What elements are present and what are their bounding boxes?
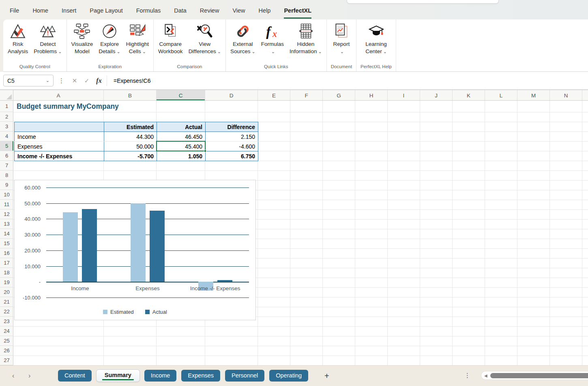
row-header-22[interactable]: 22 <box>0 307 13 317</box>
row-header-16[interactable]: 16 <box>0 248 13 258</box>
table-header-estimated[interactable]: Estimated <box>104 122 157 132</box>
row-header-21[interactable]: 21 <box>0 297 13 307</box>
tab-scroll-right-icon[interactable]: › <box>28 372 30 380</box>
cell-d5[interactable]: -4.600 <box>206 142 258 151</box>
cell-d4[interactable]: 2.150 <box>206 132 258 142</box>
column-header-B[interactable]: B <box>104 90 157 101</box>
tab-scroll-left-icon[interactable]: ‹ <box>12 372 14 380</box>
row-header-23[interactable]: 23 <box>0 317 13 326</box>
cancel-icon[interactable]: ✕ <box>69 77 81 84</box>
detect-problems-button[interactable]: ! DetectProblems⌄ <box>31 21 64 55</box>
menu-tab-review[interactable]: Review <box>200 7 219 19</box>
sheet-tab-income[interactable]: Income <box>144 370 177 382</box>
column-header-E[interactable]: E <box>258 90 290 101</box>
row-header-20[interactable]: 20 <box>0 287 13 297</box>
row-header-5[interactable]: 5 <box>0 141 13 151</box>
cell-b4[interactable]: 44.300 <box>104 132 157 142</box>
row-header-14[interactable]: 14 <box>0 229 13 239</box>
sheet-tab-content[interactable]: Content <box>58 370 92 382</box>
row-header-24[interactable]: 24 <box>0 326 13 336</box>
learning-center-button[interactable]: LearningCenter⌄ <box>363 21 390 55</box>
select-all-corner[interactable] <box>0 90 13 101</box>
row-header-26[interactable]: 26 <box>0 346 13 356</box>
tab-overflow-menu-icon[interactable]: ⋮ <box>464 372 470 379</box>
column-header-I[interactable]: I <box>388 90 420 101</box>
cell-c4[interactable]: 46.450 <box>157 132 206 142</box>
column-header-J[interactable]: J <box>420 90 453 101</box>
row-header-17[interactable]: 17 <box>0 258 13 268</box>
row-header-8[interactable]: 8 <box>0 170 13 180</box>
view-differences-button[interactable]: ViewDifferences⌄ <box>186 21 224 55</box>
menu-tab-help[interactable]: Help <box>259 7 271 19</box>
worksheet[interactable]: 1234567891011121314151617181920212223242… <box>0 101 588 365</box>
row-header-25[interactable]: 25 <box>0 336 13 346</box>
menu-tab-home[interactable]: Home <box>32 7 48 19</box>
sheet-title-cell[interactable]: Budget summary MyCompany <box>17 102 119 111</box>
column-header-G[interactable]: G <box>323 90 355 101</box>
cell-a6[interactable]: Income -/- Expenses <box>15 151 104 161</box>
search-box[interactable] <box>347 0 499 4</box>
add-sheet-button[interactable]: + <box>324 371 329 381</box>
menu-tab-perfectxl[interactable]: PerfectXL <box>284 7 311 19</box>
column-header-C[interactable]: C <box>157 90 205 101</box>
visualize-model-button[interactable]: VisualizeModel <box>69 21 96 55</box>
enter-check-icon[interactable]: ✓ <box>81 77 93 84</box>
row-header-27[interactable]: 27 <box>0 356 13 365</box>
cell-d6[interactable]: 6.750 <box>206 151 258 161</box>
sheet-tab-expenses[interactable]: Expenses <box>181 370 220 382</box>
risk-analysis-button[interactable]: RiskAnalysis <box>5 21 31 55</box>
row-header-6[interactable]: 6 <box>0 151 13 161</box>
cell-c5-selected[interactable]: 45.400 <box>157 142 206 151</box>
cell-a5[interactable]: Expenses <box>15 142 104 151</box>
cell-b5[interactable]: 50.000 <box>104 142 157 151</box>
chevron-down-icon[interactable]: ⌄ <box>46 78 49 83</box>
row-header-2[interactable]: 2 <box>0 112 13 122</box>
row-header-13[interactable]: 13 <box>0 219 13 229</box>
column-header-D[interactable]: D <box>205 90 258 101</box>
sheet-tab-personnel[interactable]: Personnel <box>225 370 264 382</box>
row-header-1[interactable]: 1 <box>0 101 13 112</box>
external-sources-button[interactable]: ExternalSources⌄ <box>227 21 258 55</box>
highlight-cells-button[interactable]: HightlightCells⌄ <box>123 21 152 55</box>
explore-details-button[interactable]: ExploreDetails⌄ <box>96 21 123 55</box>
row-header-7[interactable]: 7 <box>0 161 13 170</box>
column-header-N[interactable]: N <box>550 90 582 101</box>
row-header-9[interactable]: 9 <box>0 180 13 190</box>
menu-tab-view[interactable]: View <box>232 7 245 19</box>
column-header-H[interactable]: H <box>355 90 388 101</box>
formula-input[interactable]: =Expenses!C6 <box>114 78 150 84</box>
sheet-tab-operating[interactable]: Operating <box>269 370 308 382</box>
column-header-F[interactable]: F <box>290 90 323 101</box>
column-header-L[interactable]: L <box>485 90 517 101</box>
table-header-difference[interactable]: Difference <box>206 122 258 132</box>
table-header-blank[interactable] <box>15 122 104 132</box>
formulas-button[interactable]: fx Formulas⌄ <box>258 21 287 55</box>
column-header-K[interactable]: K <box>453 90 485 101</box>
column-header-A[interactable]: A <box>13 90 104 101</box>
menu-tab-formulas[interactable]: Formulas <box>136 7 161 19</box>
menu-tab-insert[interactable]: Insert <box>62 7 76 19</box>
row-header-3[interactable]: 3 <box>0 122 13 132</box>
row-header-18[interactable]: 18 <box>0 268 13 278</box>
name-box[interactable]: C5 ⌄ <box>3 75 54 86</box>
budget-chart[interactable]: 60.00050.00040.00030.00020.00010.000--10… <box>14 180 256 320</box>
row-header-19[interactable]: 19 <box>0 278 13 287</box>
row-header-10[interactable]: 10 <box>0 190 13 200</box>
row-header-4[interactable]: 4 <box>0 132 13 141</box>
cell-a4[interactable]: Income <box>15 132 104 142</box>
menu-tab-data[interactable]: Data <box>174 7 187 19</box>
menu-tab-page-layout[interactable]: Page Layout <box>90 7 122 19</box>
row-header-12[interactable]: 12 <box>0 209 13 219</box>
cell-b6[interactable]: -5.700 <box>104 151 157 161</box>
hidden-information-button[interactable]: HiddenInformation⌄ <box>287 21 325 55</box>
cell-c6[interactable]: 1.050 <box>157 151 206 161</box>
scroll-left-arrow-icon[interactable]: ◀ <box>484 373 487 378</box>
sheet-tab-summary[interactable]: Summary <box>97 370 139 382</box>
insert-function-icon[interactable]: fx <box>93 77 105 84</box>
horizontal-scrollbar[interactable]: ◀ <box>481 371 588 380</box>
formula-bar-grip-icon[interactable]: ⋮ <box>58 77 64 84</box>
row-header-11[interactable]: 11 <box>0 200 13 209</box>
compare-workbook-button[interactable]: CompareWorkbook <box>155 21 186 55</box>
menu-tab-file[interactable]: File <box>10 7 19 19</box>
report-button[interactable]: Report⌄ <box>330 21 353 55</box>
